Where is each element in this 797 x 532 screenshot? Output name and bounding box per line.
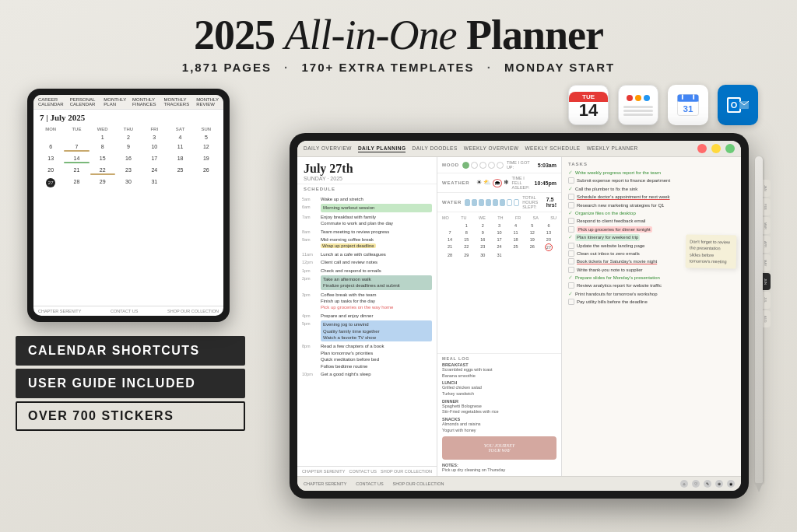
back-tablet: CAREER CALENDAR PERSONAL CALENDAR MONTHL… [27, 89, 230, 322]
mini-cal-row: 14 15 16 17 18 19 20 [442, 236, 556, 243]
task-item: Pay utility bills before the deadline [568, 299, 735, 305]
bottom-icons: ⌂ ♡ ✎ ⊕ ◉ [680, 480, 735, 488]
middle-col: MOOD TIME I GOT UP: [437, 157, 562, 476]
schedule-col: July 27th SUNDAY · 2025 SCHEDULE 5am Wak… [297, 157, 437, 476]
week-5: 27 28 29 30 31 [38, 178, 219, 187]
water-dot[interactable] [472, 199, 477, 206]
right-tablet-wrapper: TUE 14 [257, 85, 781, 499]
footer-contact[interactable]: CONTACT US [111, 309, 138, 313]
toolbar-icon[interactable]: ⌂ [680, 480, 688, 488]
planner-nav-icons [697, 144, 735, 153]
tasks-label: TASKS [568, 162, 735, 166]
day-wed: WED [90, 127, 115, 131]
footer-brand: CHAPTER SERENITY [38, 309, 81, 313]
water-dot[interactable] [479, 199, 484, 206]
mood-circle-4[interactable] [488, 162, 495, 169]
water-dot[interactable] [507, 199, 512, 206]
tab-trackers[interactable]: MONTHLY TRACKERS [164, 97, 191, 107]
schedule-item: 6am Morning workout session [297, 203, 437, 212]
uncheck-icon [568, 202, 574, 208]
time-asleep-val: 10:45pm [535, 180, 556, 186]
outlook-svg: O [724, 91, 752, 119]
minimize-btn[interactable] [711, 144, 721, 153]
tab-weekly-planner[interactable]: WEEKLY PLANNER [587, 145, 638, 152]
sticky-text: Don't forget to review the presentation … [690, 239, 733, 265]
mood-circle-2[interactable] [471, 162, 478, 169]
cloud-icon: ⛅ [483, 179, 491, 187]
check-icon: ✓ [568, 275, 573, 281]
check-icon: ✓ [568, 170, 573, 176]
tab-review[interactable]: MONTHLY REVIEW [196, 97, 219, 107]
bottom-tab-shop[interactable]: SHOP OUR COLLECTION [393, 481, 444, 486]
title-section: 2025 All-in-One Planner 1,871 PAGES · 17… [16, 14, 781, 74]
toolbar-icon[interactable]: ⊕ [715, 480, 723, 488]
tab-monthly-plan[interactable]: MONTHLY PLAN [104, 97, 126, 107]
tab-career[interactable]: CAREER CALENDAR [38, 97, 64, 107]
bottom-tabs-left: CHAPTER SERENITY CONTACT US SHOP OUR COL… [304, 481, 444, 486]
main-tablet-inner: DAILY OVERVIEW DAILY PLANNING DAILY DOOD… [297, 141, 741, 491]
water-dot[interactable] [514, 199, 519, 206]
schedule-item: 12pm Client call and review notes [297, 258, 437, 266]
toolbar-icon[interactable]: ◉ [727, 480, 735, 488]
reminders-lines [619, 104, 658, 119]
apple-calendar-icon: TUE 14 [568, 85, 609, 125]
calendar-weeks: 1 2 3 4 5 6 7 8 9 10 [38, 134, 219, 187]
tablet-nav: CAREER CALENDAR PERSONAL CALENDAR MONTHL… [33, 95, 223, 110]
tab-monthly-fin[interactable]: MONTHLY FINANCES [132, 97, 157, 107]
water-dot[interactable] [465, 199, 470, 206]
uncheck-icon [568, 282, 574, 289]
tab-weekly-schedule[interactable]: WEEKLY SCHEDULE [525, 145, 580, 152]
total-sleep-label: TOTAL HOURS SLEPT: [522, 195, 544, 209]
weather-icons: ☀ ⛅ 🌧 ❄ [476, 179, 509, 187]
tab-daily-doodles[interactable]: DAILY DOODLES [412, 145, 457, 152]
weather-label: WEATHER [442, 180, 470, 185]
tab-weekly-overview[interactable]: WEEKLY OVERVIEW [464, 145, 519, 152]
task-item: Schedule doctor's appointment for next w… [568, 194, 735, 200]
subtitle-pages: 1,871 PAGES [182, 61, 272, 74]
maximize-btn[interactable] [725, 144, 735, 153]
mood-circle-1[interactable] [462, 162, 469, 169]
schedule-items: 5am Wake up and stretch 6am Morning work… [297, 194, 437, 466]
bottom-tab-contact[interactable]: CONTACT US [356, 481, 383, 486]
stylus-tip [755, 483, 763, 492]
day-thu: THU [116, 127, 141, 131]
task-item: Respond to client feedback email [568, 218, 735, 224]
close-btn[interactable] [697, 144, 707, 153]
inspirational-image: YOU JOURNEYYOUR WAY [442, 436, 556, 460]
mini-cal-row: 21 22 23 24 25 26 27 [442, 243, 556, 251]
meal-section: MEAL LOG BREAKFAST Scrambled eggs with t… [437, 353, 561, 476]
toolbar-icon[interactable]: ✎ [704, 480, 711, 488]
dot-blue [644, 95, 650, 101]
water-dot[interactable] [500, 199, 505, 206]
snow-icon: ❄ [504, 179, 509, 187]
task-item: ✓ Print handouts for tomorrow's workshop [568, 291, 735, 297]
tab-daily-planning[interactable]: DAILY PLANNING [358, 145, 406, 152]
dot-2: · [487, 61, 492, 74]
water-dot[interactable] [493, 199, 498, 206]
uncheck-icon [568, 226, 574, 233]
check-icon: ✓ [568, 186, 573, 192]
tasks-col: TASKS ✓ Write weekly progress report for… [562, 157, 741, 476]
check-icon: ✓ [568, 234, 573, 240]
footer-shop[interactable]: SHOP OUR COLLECTION [167, 309, 219, 313]
google-calendar-icon: 31 [668, 85, 708, 125]
tablet-bottom: CHAPTER SERENITY CONTACT US SHOP OUR COL… [297, 476, 741, 491]
mood-circle-3[interactable] [479, 162, 486, 169]
schedule-item: 1pm Check and respond to emails [297, 267, 437, 275]
left-panel: CAREER CALENDAR PERSONAL CALENDAR MONTHL… [16, 85, 257, 431]
time-asleep-label: TIME I FELL ASLEEP: [512, 176, 532, 190]
calendar-grid: MON TUE WED THU FRI SAT SUN [33, 125, 223, 306]
uncheck-icon [568, 258, 574, 264]
schedule-item: 4pm Prepare and enjoy dinner [297, 312, 437, 320]
mood-label: MOOD [442, 163, 459, 167]
water-dot[interactable] [486, 199, 491, 206]
tab-personal[interactable]: PERSONAL CALENDAR [70, 97, 98, 107]
toolbar-icon[interactable]: ♡ [692, 480, 700, 488]
task-item: Pick up groceries for dinner tonight [568, 226, 735, 233]
schedule-item: 2pm Take an afternoon walkFinalize proje… [297, 275, 437, 291]
dot-orange [635, 95, 641, 101]
water-dots [465, 199, 519, 206]
uncheck-icon [568, 243, 574, 249]
tab-daily-overview[interactable]: DAILY OVERVIEW [304, 145, 352, 152]
mood-circle-5[interactable] [497, 162, 504, 169]
